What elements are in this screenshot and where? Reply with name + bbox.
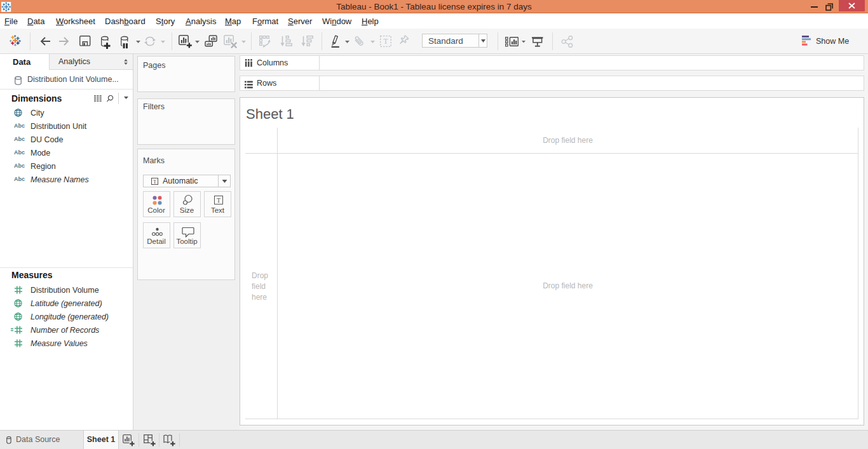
svg-text:T: T [153, 178, 157, 184]
svg-text:T: T [383, 37, 388, 45]
svg-text:T: T [217, 197, 220, 204]
